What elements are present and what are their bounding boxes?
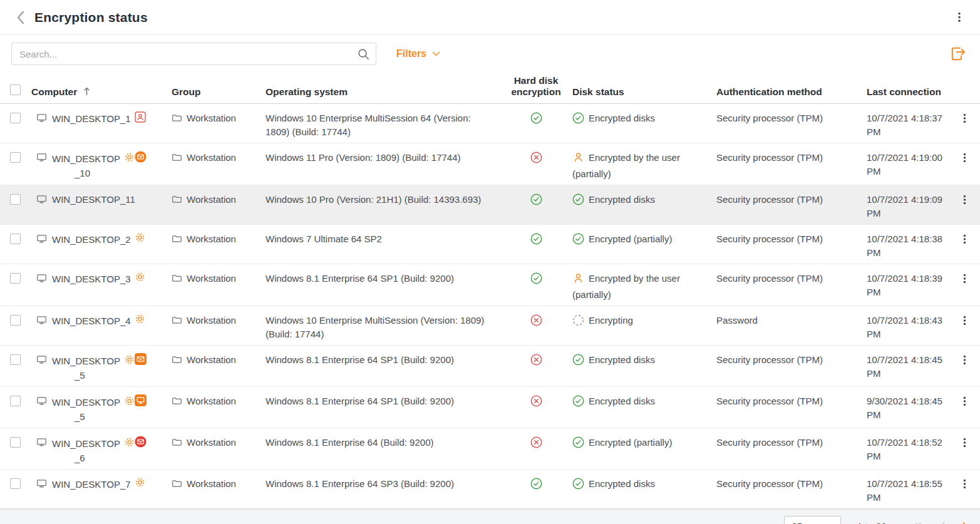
row-menu-button[interactable] [958, 353, 971, 367]
user-partial-status-icon [572, 272, 584, 288]
filters-button[interactable]: Filters [396, 48, 440, 59]
row-checkbox[interactable] [10, 315, 21, 326]
row-menu-button[interactable] [958, 151, 971, 165]
computer-cell: WIN_DESKTOP _5 [25, 394, 162, 424]
disk-status-cell: Encrypted disks [567, 394, 713, 424]
computer-name: WIN_DESKTOP _6 [52, 436, 147, 465]
table-row[interactable]: WIN_DESKTOP_4 Workstation Windows 10 Ent… [0, 306, 980, 346]
search-icon[interactable] [357, 48, 370, 63]
last-connection: 10/7/2021 4:18:43 PM [867, 315, 942, 339]
previous-page-button[interactable] [939, 521, 946, 524]
row-checkbox[interactable] [10, 113, 21, 123]
disk-status-cell: Encrypted disks [567, 111, 713, 139]
group-cell: Workstation [162, 272, 255, 302]
row-checkbox[interactable] [10, 396, 21, 406]
group-cell: Workstation [162, 193, 255, 220]
header-menu-button[interactable] [951, 9, 967, 26]
table-row[interactable]: WIN_DESKTOP_3 Workstation Windows 8.1 En… [0, 264, 980, 306]
column-header-group[interactable]: Group [162, 86, 255, 98]
row-menu-button[interactable] [958, 111, 971, 125]
os-label: Windows 8.1 Enterprise 64 SP3 (Build: 92… [266, 478, 454, 489]
chevron-down-icon [432, 51, 440, 57]
table-row[interactable]: WIN_DESKTOP_2 Workstation Windows 7 Ulti… [0, 225, 980, 264]
group-cell: Workstation [162, 436, 255, 465]
pagination-range: 1 to 23 [857, 521, 887, 524]
page-title: Encryption status [34, 10, 148, 25]
computer-cell: WIN_DESKTOP _10 [25, 151, 162, 181]
column-header-authentication-method[interactable]: Authentication method [713, 86, 863, 98]
row-menu-button[interactable] [958, 272, 971, 285]
last-connection: 10/7/2021 4:18:38 PM [867, 234, 942, 258]
table-row[interactable]: WIN_DESKTOP_11 Workstation Windows 10 Pr… [0, 185, 980, 225]
row-checkbox[interactable] [10, 437, 21, 448]
table-row[interactable]: WIN_DESKTOP _5 Workstation Windows 8.1 E… [0, 387, 980, 428]
computer-name: WIN_DESKTOP _5 [52, 394, 147, 424]
group-label: Workstation [187, 151, 236, 165]
monitor-icon [36, 152, 47, 167]
kebab-menu-icon [959, 194, 970, 205]
os-label: Windows 8.1 Enterprise 64 SP1 (Build: 92… [266, 396, 454, 406]
os-cell: Windows 7 Ultimate 64 SP2 [255, 232, 505, 260]
badge-list [135, 314, 145, 328]
table-row[interactable]: WIN_DESKTOP_1 Workstation Windows 10 Ent… [0, 104, 980, 143]
column-header-last-connection[interactable]: Last connection [863, 86, 952, 98]
disk-status-label: Encrypted by the user (partially) [572, 152, 680, 179]
os-label: Windows 8.1 Enterprise 64 SP1 (Build: 92… [266, 273, 454, 284]
first-page-double-chevron-icon [912, 521, 922, 524]
row-menu-button[interactable] [958, 314, 971, 327]
column-header-hard-disk-encryption[interactable]: Hard disk encryption [505, 75, 567, 98]
row-menu-button[interactable] [958, 477, 971, 491]
row-checkbox[interactable] [10, 234, 21, 244]
auth-label: Security processor (TPM) [716, 354, 823, 365]
auth-label: Security processor (TPM) [716, 478, 823, 489]
group-cell: Workstation [162, 314, 255, 341]
disk-status-label: Encrypted disks [589, 194, 655, 205]
table-row[interactable]: WIN_DESKTOP _10 Workstation Windows 11 P… [0, 143, 980, 185]
row-menu-button[interactable] [958, 232, 971, 246]
back-button[interactable] [16, 11, 24, 24]
first-page-button[interactable] [912, 521, 922, 524]
row-checkbox[interactable] [10, 152, 21, 163]
last-connection-cell: 10/7/2021 4:18:39 PM [863, 272, 952, 302]
computer-cell: WIN_DESKTOP_11 [25, 193, 162, 220]
os-cell: Windows 8.1 Enterprise 64 SP1 (Build: 92… [255, 394, 505, 424]
table-row[interactable]: WIN_DESKTOP_7 Workstation Windows 8.1 En… [0, 470, 980, 509]
hde-cell [505, 193, 567, 220]
os-label: Windows 10 Enterprise MultiSession 64 (V… [266, 113, 471, 137]
group-label: Workstation [187, 193, 236, 207]
disk-status-cell: Encrypted (partially) [567, 232, 713, 260]
row-checkbox[interactable] [10, 478, 21, 489]
filters-label: Filters [396, 48, 426, 59]
auth-cell: Security processor (TPM) [713, 477, 863, 505]
computer-name: WIN_DESKTOP_11 [52, 193, 139, 207]
toolbar: Filters [0, 35, 980, 73]
auth-cell: Security processor (TPM) [713, 193, 863, 220]
disk-status-cell: Encrypted disks [567, 353, 713, 383]
row-checkbox[interactable] [10, 273, 21, 284]
column-header-operating-system[interactable]: Operating system [255, 86, 505, 98]
auth-cell: Security processor (TPM) [713, 272, 863, 302]
row-checkbox[interactable] [10, 194, 21, 205]
row-menu-button[interactable] [958, 193, 971, 207]
next-page-button[interactable] [962, 521, 969, 524]
auth-label: Security processor (TPM) [716, 194, 823, 205]
kebab-menu-icon [959, 152, 970, 163]
os-label: Windows 8.1 Enterprise 64 SP1 (Build: 92… [266, 354, 454, 365]
row-menu-button[interactable] [958, 436, 971, 450]
kebab-menu-icon [959, 437, 970, 448]
table-row[interactable]: WIN_DESKTOP _6 Workstation Windows 8.1 E… [0, 428, 980, 470]
column-header-computer[interactable]: Computer [25, 86, 162, 98]
computer-name: WIN_DESKTOP _5 [52, 353, 147, 383]
rows-per-page-select[interactable]: 25 rows [784, 516, 841, 524]
monitor-icon [36, 478, 47, 493]
computer-cell: WIN_DESKTOP_1 [25, 111, 162, 139]
table-row[interactable]: WIN_DESKTOP _5 Workstation Windows 8.1 E… [0, 346, 980, 387]
row-menu-button[interactable] [958, 394, 971, 408]
select-all-checkbox[interactable] [10, 85, 21, 95]
column-header-disk-status[interactable]: Disk status [567, 86, 713, 98]
sort-ascending-icon[interactable] [83, 87, 90, 96]
search-input[interactable] [11, 43, 376, 65]
group-cell: Workstation [162, 111, 255, 139]
row-checkbox[interactable] [10, 354, 21, 365]
export-button[interactable] [947, 44, 967, 64]
